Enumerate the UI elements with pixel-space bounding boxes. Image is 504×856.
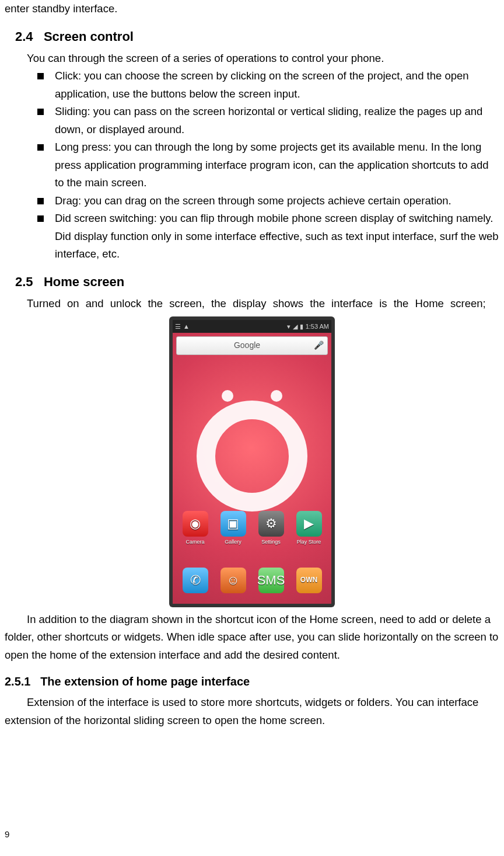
menu-icon: ☰ [175, 321, 181, 332]
phone-frame: ☰ ▲ ▾ ◢ ▮ 1:53 AM Google 🎤 ◉Camera▣Galle… [169, 316, 335, 607]
heading-num: 2.5.1 [5, 675, 30, 688]
app-label: Camera [180, 538, 211, 547]
deco-ring [197, 401, 307, 511]
list-item: Did screen switching: you can flip throu… [37, 210, 499, 263]
app-row: ✆☺SMSOWN [173, 568, 331, 594]
own-icon: OWN [296, 568, 322, 593]
ppl-icon: ☺ [220, 568, 246, 593]
heading-title: Home screen [44, 274, 124, 289]
ph-icon: ✆ [183, 568, 208, 593]
mic-icon: 🎤 [314, 339, 324, 352]
list-item: Long press: you can through the long by … [37, 138, 499, 192]
cam-icon: ◉ [183, 511, 208, 537]
ps-icon: ▶ [296, 511, 322, 537]
deco-dot [222, 390, 233, 402]
app-icon-play-store[interactable]: ▶Play Store [293, 511, 325, 547]
status-bar: ☰ ▲ ▾ ◢ ▮ 1:53 AM [173, 320, 331, 333]
para-after-fig: In addition to the diagram shown in the … [5, 611, 499, 664]
figure-home-screen: ☰ ▲ ▾ ◢ ▮ 1:53 AM Google 🎤 ◉Camera▣Galle… [5, 316, 499, 607]
app-label: Settings [256, 538, 287, 547]
list-item: Drag: you can drag on the screen through… [37, 192, 499, 210]
heading-2-4: 2.4 Screen control [15, 26, 499, 47]
fragment-prev-page: enter standby interface. [5, 0, 499, 18]
intro-2-5: Turned on and unlock the screen, the dis… [5, 295, 499, 313]
clock-text: 1:53 AM [306, 321, 329, 332]
app-icon-gallery[interactable]: ▣Gallery [218, 511, 249, 547]
body-2-5-1: Extension of the interface is used to st… [5, 694, 499, 729]
heading-title: Screen control [44, 29, 134, 44]
sms-icon: SMS [258, 568, 284, 593]
app-label: Gallery [218, 538, 249, 547]
heading-num: 2.5 [15, 274, 33, 289]
app-icon-ppl[interactable]: ☺ [218, 568, 249, 594]
heading-2-5: 2.5 Home screen [15, 272, 499, 293]
app-icon-settings[interactable]: ⚙Settings [256, 511, 287, 547]
google-search-bar[interactable]: Google 🎤 [176, 336, 328, 355]
wifi-icon: ▾ [287, 321, 290, 332]
phone-screen: ☰ ▲ ▾ ◢ ▮ 1:53 AM Google 🎤 ◉Camera▣Galle… [173, 320, 331, 604]
heading-title: The extension of home page interface [40, 675, 250, 688]
app-label: Play Store [293, 538, 325, 547]
app-row: ◉Camera▣Gallery⚙Settings▶Play Store [173, 511, 331, 547]
page-number: 9 [5, 827, 9, 842]
warning-icon: ▲ [183, 321, 190, 332]
set-icon: ⚙ [258, 511, 284, 537]
list-2-4: Click: you can choose the screen by clic… [5, 67, 499, 263]
heading-num: 2.4 [15, 29, 33, 44]
deco-dot [271, 390, 282, 402]
heading-2-5-1: 2.5.1 The extension of home page interfa… [5, 672, 499, 691]
battery-icon: ▮ [300, 321, 303, 332]
app-icon-own[interactable]: OWN [293, 568, 325, 594]
app-icon-sms[interactable]: SMS [256, 568, 287, 594]
google-logo-text: Google [180, 339, 314, 352]
list-item: Click: you can choose the screen by clic… [37, 67, 499, 103]
gal-icon: ▣ [220, 511, 246, 537]
app-icon-camera[interactable]: ◉Camera [180, 511, 211, 547]
intro-2-4: You can through the screen of a series o… [5, 50, 499, 68]
signal-icon: ◢ [293, 321, 298, 332]
list-item: Sliding: you can pass on the screen hori… [37, 103, 499, 138]
app-icon-ph[interactable]: ✆ [180, 568, 211, 594]
